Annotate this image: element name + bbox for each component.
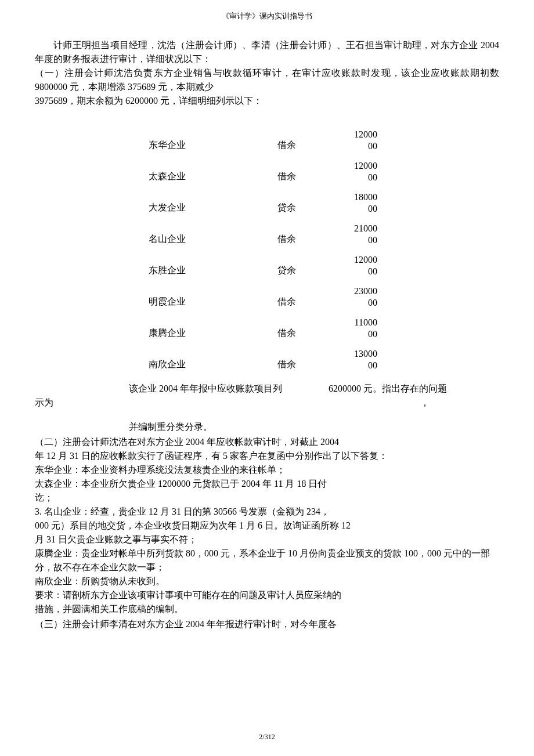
summary-block: 该企业 2004 年年报中应收账款项目列 6200000 元。指出存在的问题 示…	[35, 382, 499, 434]
amount-cell: 1800000	[333, 183, 381, 215]
receivables-table: 东华企业借余1200000太森企业借余1200000大发企业贷余1800000名…	[145, 121, 381, 371]
intro-block: 计师王明担当项目经理，沈浩（注册会计师）、李清（注册会计师）、王石担当审计助理，…	[35, 38, 499, 108]
s2-l7: 000 元）系目的地交货，本企业收货日期应为次年 1 月 6 日。故询证函所称 …	[35, 519, 499, 533]
amount-bottom: 00	[337, 360, 377, 371]
balance-type: 贷余	[274, 183, 333, 215]
intro-p1: 计师王明担当项目经理，沈浩（注册会计师）、李清（注册会计师）、王石担当审计助理，…	[35, 38, 499, 66]
amount-cell: 1200000	[333, 152, 381, 183]
s3-l1: （三）注册会计师李清在对东方企业 2004 年年报进行审计时，对今年度各	[35, 617, 499, 631]
table-row: 大发企业贷余1800000	[145, 183, 381, 215]
balance-type: 贷余	[274, 246, 333, 277]
amount-bottom: 00	[337, 172, 377, 183]
table-row: 南欣企业借余1300000	[145, 340, 381, 371]
amount-cell: 1100000	[333, 309, 381, 340]
company-name: 明霞企业	[145, 277, 274, 309]
amount-bottom: 00	[337, 203, 377, 215]
table-row: 名山企业借余2100000	[145, 215, 381, 246]
summary-line2a: 示为	[35, 397, 53, 407]
table-row: 明霞企业借余2300000	[145, 277, 381, 309]
doc-header: 《审计学》课内实训指导书	[35, 10, 499, 22]
section-2: （二）注册会计师沈浩在对东方企业 2004 年应收帐款审计时，对截止 2004 …	[35, 435, 499, 616]
amount-bottom: 00	[337, 266, 377, 277]
page-footer: 2/312	[0, 732, 534, 742]
company-name: 名山企业	[145, 215, 274, 246]
summary-left: 该企业 2004 年年报中应收账款项目列	[35, 382, 282, 396]
balance-type: 借余	[274, 121, 333, 152]
company-name: 太森企业	[145, 152, 274, 183]
amount-bottom: 00	[337, 140, 377, 152]
balance-type: 借余	[274, 309, 333, 340]
s2-l10: 南欣企业：所购货物从未收到。	[35, 574, 499, 588]
balance-type: 借余	[274, 277, 333, 309]
table-row: 东胜企业贷余1200000	[145, 246, 381, 277]
amount-cell: 2100000	[333, 215, 381, 246]
company-name: 东胜企业	[145, 246, 274, 277]
balance-type: 借余	[274, 152, 333, 183]
summary-right: 6200000 元。指出存在的问题	[282, 382, 447, 396]
receivables-table-wrap: 东华企业借余1200000太森企业借余1200000大发企业贷余1800000名…	[35, 121, 499, 371]
page-number: 2/312	[259, 733, 275, 741]
table-row: 东华企业借余1200000	[145, 121, 381, 152]
company-name: 康腾企业	[145, 309, 274, 340]
amount-bottom: 00	[337, 234, 377, 246]
amount-bottom: 00	[337, 297, 377, 309]
amount-top: 11000	[337, 317, 377, 328]
amount-top: 23000	[337, 285, 377, 297]
company-name: 大发企业	[145, 183, 274, 215]
amount-top: 12000	[337, 160, 377, 172]
s2-l3: 东华企业：本企业资料办理系统没法复核贵企业的来往帐单；	[35, 463, 499, 477]
amount-bottom: 00	[337, 328, 377, 340]
summary-reclass: 并编制重分类分录。	[35, 420, 499, 434]
amount-cell: 1200000	[333, 121, 381, 152]
table-row: 康腾企业借余1100000	[145, 309, 381, 340]
balance-type: 借余	[274, 340, 333, 371]
s2-l4: 太森企业：本企业所欠贵企业 1200000 元货款已于 2004 年 11 月 …	[35, 477, 499, 491]
amount-cell: 1200000	[333, 246, 381, 277]
s2-l6: 3. 名山企业：经查，贵企业 12 月 31 日的第 30566 号发票（金额为…	[35, 505, 499, 519]
amount-cell: 1300000	[333, 340, 381, 371]
amount-top: 12000	[337, 254, 377, 266]
company-name: 南欣企业	[145, 340, 274, 371]
doc-title: 《审计学》课内实训指导书	[222, 12, 312, 20]
s2-l2: 年 12 月 31 日的应收帐款实行了函证程序，有 5 家客户在复函中分别作出了…	[35, 449, 499, 463]
table-row: 太森企业借余1200000	[145, 152, 381, 183]
amount-top: 18000	[337, 191, 377, 203]
amount-top: 13000	[337, 348, 377, 360]
section-3: （三）注册会计师李清在对东方企业 2004 年年报进行审计时，对今年度各	[35, 617, 499, 631]
s2-l1: （二）注册会计师沈浩在对东方企业 2004 年应收帐款审计时，对截止 2004	[35, 435, 499, 449]
s2-l9: 康腾企业：贵企业对帐单中所列货款 80，000 元，系本企业于 10 月份向贵企…	[35, 547, 499, 574]
company-name: 东华企业	[145, 121, 274, 152]
amount-top: 12000	[337, 129, 377, 140]
s2-l12: 措施，并圆满相关工作底稿的编制。	[35, 602, 499, 616]
s2-l11: 要求：请剖析东方企业该项审计事项中可能存在的问题及审计人员应采纳的	[35, 588, 499, 602]
s2-l5: 讫；	[35, 491, 499, 505]
summary-line2b: ，	[420, 396, 499, 410]
s2-l8: 月 31 日欠贵企业账款之事与事实不符；	[35, 533, 499, 547]
intro-p3: 3975689，期末余额为 6200000 元，详细明细列示以下：	[35, 94, 499, 108]
page-content: 《审计学》课内实训指导书 计师王明担当项目经理，沈浩（注册会计师）、李清（注册会…	[0, 0, 534, 631]
intro-p2: （一）注册会计师沈浩负责东方企业销售与收款循环审计，在审计应收账款时发现，该企业…	[35, 66, 499, 94]
amount-cell: 2300000	[333, 277, 381, 309]
amount-top: 21000	[337, 223, 377, 234]
balance-type: 借余	[274, 215, 333, 246]
